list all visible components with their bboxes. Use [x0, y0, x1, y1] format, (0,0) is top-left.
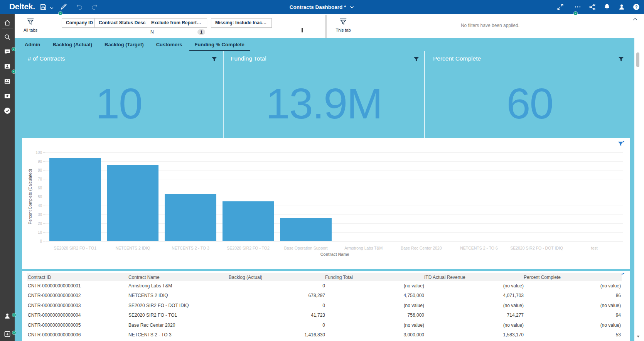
bar-se2020-sir2-fo-to2[interactable] — [223, 201, 274, 241]
chips-scroll-handle[interactable] — [302, 28, 303, 32]
table-header-row: Contract IDContract NameBacklog (Actual)… — [27, 273, 622, 281]
kpi-number-of-contracts[interactable]: # of Contracts 10 — [15, 51, 223, 138]
table-cell: 1,583,170 — [424, 332, 524, 338]
tab-backlog-actual[interactable]: Backlog (Actual) — [47, 38, 98, 51]
filter-chip-missing-inactive[interactable]: Missing: Include Inactiv... — [211, 18, 272, 28]
guide-beacon[interactable] — [12, 331, 16, 334]
bar-plot — [46, 152, 623, 241]
column-header-backlog-actual[interactable]: Backlog (Actual) — [229, 275, 325, 280]
kpi-filter-funnel-icon[interactable] — [414, 56, 419, 63]
overflow-menu-icon[interactable] — [574, 3, 582, 12]
table-cell: Armstrong Labs T&M — [128, 283, 229, 289]
filter-panel: All tabs Company ID Contract Status Desc… — [15, 14, 644, 38]
kpi-filter-funnel-icon[interactable] — [212, 56, 217, 63]
y-tick-label: 90 — [27, 159, 42, 164]
table-row[interactable]: CNTR-000000000000001Armstrong Labs T&M0(… — [27, 281, 622, 291]
redo-icon[interactable] — [91, 3, 99, 12]
y-tick-mark — [43, 188, 46, 188]
bar-base-operation-support[interactable] — [280, 218, 332, 241]
filter-section-divider — [325, 15, 327, 38]
bar-netcents-2-idiq[interactable] — [107, 165, 158, 241]
column-header-percent-complete[interactable]: Percent Complete — [524, 275, 621, 280]
collapse-panel-chevron-up-icon[interactable] — [632, 16, 638, 22]
column-header-contract-id[interactable]: Contract ID — [28, 275, 128, 280]
x-category-label: test — [565, 246, 623, 250]
column-header-funding-total[interactable]: Funding Total — [325, 275, 424, 280]
table-cell: (no value) — [524, 322, 621, 328]
home-icon[interactable] — [3, 19, 11, 27]
table-cell: Base Rec Center 2020 — [128, 322, 229, 328]
table-row[interactable]: CNTR-000000000000005Base Rec Center 2020… — [27, 320, 622, 330]
y-tick-mark — [43, 241, 46, 241]
kpi-filter-funnel-icon[interactable] — [619, 56, 624, 63]
column-header-itd-actual-revenue[interactable]: ITD Actual Revenue — [424, 275, 524, 280]
table-cell: 4,071,703 — [424, 293, 524, 298]
guide-beacon[interactable] — [12, 313, 16, 317]
table-cell: 41,723 — [229, 312, 325, 318]
tab-backlog-target[interactable]: Backlog (Target) — [99, 38, 149, 51]
filter-count-badge: 1 — [197, 29, 205, 35]
app-window: Deltek. Contracts Dashboard * — [0, 0, 644, 341]
guide-beacon[interactable] — [574, 12, 577, 15]
tab-bar: AdminBacklog (Actual)Backlog (Target)Cus… — [15, 38, 634, 51]
y-tick-label: 10 — [27, 230, 42, 235]
help-icon[interactable]: ? — [632, 3, 641, 12]
kpi-percent-complete[interactable]: Percent Complete 60 — [425, 51, 634, 138]
no-filters-message: No filters have been applied. — [413, 23, 567, 28]
user-avatar-icon[interactable] — [618, 3, 626, 12]
contact-card-icon[interactable] — [3, 62, 11, 70]
guide-beacon[interactable] — [12, 70, 15, 73]
kpi-funding-total[interactable]: Funding Total 13.9M — [224, 51, 424, 138]
check-circle-icon[interactable] — [3, 107, 11, 115]
exclude-reports-filter-input[interactable]: N 1 — [147, 28, 207, 36]
contacts-group-icon[interactable] — [3, 78, 11, 85]
table-cell: 714,277 — [424, 312, 524, 318]
table-row[interactable]: CNTR-000000000000003SE2020 SIR2 FO - DOT… — [27, 300, 622, 311]
scrollbar-down-arrow-icon[interactable] — [636, 333, 641, 338]
save-icon[interactable] — [39, 3, 48, 12]
table-cell: 0 — [229, 283, 325, 289]
support-person-icon[interactable] — [3, 312, 11, 320]
y-tick-mark — [43, 197, 46, 197]
table-cell: CNTR-000000000000002 — [28, 293, 128, 298]
favorites-folder-icon[interactable] — [3, 92, 11, 100]
tab-admin[interactable]: Admin — [19, 38, 46, 51]
table-row[interactable]: CNTR-000000000000002NETCENTS 2 IDIQ678,2… — [27, 291, 622, 301]
bar-netcents-2-to-3[interactable] — [165, 194, 216, 241]
y-tick-mark — [43, 170, 46, 170]
y-tick-mark — [43, 179, 46, 179]
this-tab-filter-button[interactable]: This tab — [331, 17, 355, 32]
gridline — [46, 241, 623, 241]
contracts-table-card: Contract IDContract NameBacklog (Actual)… — [22, 271, 630, 341]
bar-se2020-sir2-fo-to1[interactable] — [49, 158, 101, 241]
expand-icon[interactable] — [556, 3, 565, 12]
undo-icon[interactable] — [76, 3, 84, 12]
table-row[interactable]: CNTR-000000000000004SE2020 SIR2 FO - TO1… — [27, 311, 622, 321]
tab-funding-complete[interactable]: Funding % Complete — [189, 38, 250, 51]
top-bar: Deltek. Contracts Dashboard * — [0, 0, 644, 14]
all-tabs-filter-button[interactable]: All tabs — [19, 17, 42, 32]
filter-chip-company-id[interactable]: Company ID — [62, 18, 97, 28]
vertical-scrollbar-thumb[interactable] — [636, 52, 639, 67]
search-icon[interactable] — [3, 33, 11, 41]
chart-filter-funnel-icon[interactable] — [618, 141, 624, 148]
notifications-bell-icon[interactable] — [603, 3, 612, 12]
table-cell: (no value) — [424, 322, 524, 328]
add-plus-square-icon[interactable] — [3, 330, 11, 338]
y-tick-mark — [43, 214, 46, 215]
y-tick-label: 70 — [27, 177, 42, 181]
guide-beacon[interactable] — [12, 47, 15, 51]
edit-pencil-icon[interactable] — [60, 3, 68, 12]
filter-chip-contract-status[interactable]: Contract Status Desc — [94, 18, 150, 28]
chat-assistant-icon[interactable] — [3, 48, 11, 56]
gridline — [46, 152, 623, 153]
guide-beacon[interactable] — [59, 12, 62, 15]
table-row[interactable]: CNTR-000000000000006NETCENTS 2 - TO 31,4… — [27, 330, 622, 340]
x-category-label: SE2020 SIR2 FO - TO2 — [219, 246, 277, 250]
tab-customers[interactable]: Customers — [151, 38, 188, 51]
filter-chip-exclude-reports[interactable]: Exclude from Reports (Y/... — [147, 18, 207, 28]
column-header-contract-name[interactable]: Contract Name — [128, 275, 229, 280]
save-menu-chevron-icon[interactable] — [49, 5, 54, 10]
dashboard-title-group[interactable]: Contracts Dashboard * — [270, 0, 374, 14]
share-icon[interactable] — [588, 3, 597, 12]
